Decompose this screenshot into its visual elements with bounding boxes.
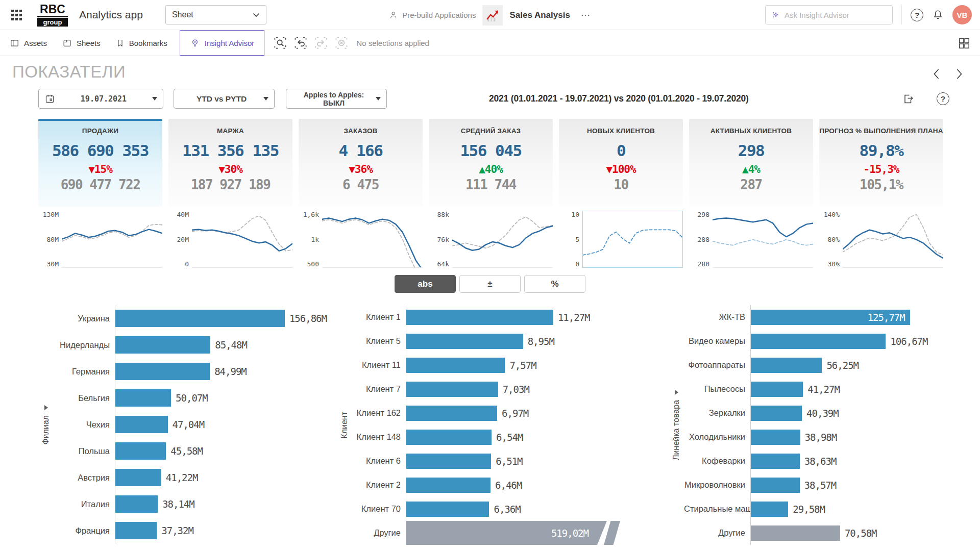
bookmarks-button[interactable]: Bookmarks xyxy=(108,30,175,56)
bar[interactable] xyxy=(115,336,210,354)
kpi-card-1[interactable]: ПРОДАЖИ586 690 353▼15%690 477 722 xyxy=(38,119,162,207)
date-filter-dropdown[interactable]: 19.07.2021 xyxy=(38,89,163,109)
bar[interactable] xyxy=(115,310,285,327)
bar-category-label: Фотоаппараты xyxy=(684,360,750,370)
mode-button-±[interactable]: ± xyxy=(459,275,521,293)
bar[interactable] xyxy=(406,478,491,493)
bar-category-label: Холодильники xyxy=(684,432,750,442)
bar[interactable] xyxy=(115,469,161,486)
bar-plot-area: 29,58M xyxy=(750,497,957,521)
bar[interactable] xyxy=(406,334,523,349)
bar-others-clipped[interactable]: 519,02M xyxy=(406,521,620,545)
undo-selection-icon[interactable] xyxy=(293,35,308,51)
bar[interactable] xyxy=(751,406,802,421)
axis-tick-label: 288 xyxy=(698,236,709,243)
kpi-sparkline-4[interactable]: 88k76k64k xyxy=(429,211,553,268)
kpi-title: МАРЖА xyxy=(168,127,292,135)
help-icon[interactable]: ? xyxy=(911,9,923,21)
comparison-filter-dropdown[interactable]: YTD vs PYTD xyxy=(174,89,275,109)
mode-button-%[interactable]: % xyxy=(524,275,585,293)
bar-category-label: Клиент 162 xyxy=(352,408,406,418)
bar[interactable] xyxy=(406,406,497,421)
bar[interactable] xyxy=(406,382,498,397)
clear-selections-icon xyxy=(334,35,349,51)
collapse-arrow-icon[interactable] xyxy=(675,390,678,395)
bar-row: Стиральные маши...29,58M xyxy=(684,497,957,521)
prebuild-applications-link[interactable]: Pre-build Applications xyxy=(388,10,476,20)
dropdown-caret-icon xyxy=(263,97,268,101)
kpi-delta: -15,3% xyxy=(819,163,943,176)
bar[interactable] xyxy=(751,358,822,373)
kpi-sparkline-5[interactable]: 1050 xyxy=(559,211,683,268)
bar[interactable] xyxy=(115,442,166,460)
bar[interactable] xyxy=(406,358,505,373)
insight-advisor-search[interactable] xyxy=(765,5,893,24)
bar[interactable] xyxy=(751,502,788,517)
kpi-card-2[interactable]: МАРЖА131 356 135▼30%187 927 189 xyxy=(168,119,292,207)
insight-advisor-tab[interactable]: Insight Advisor xyxy=(180,30,265,56)
mode-button-abs[interactable]: abs xyxy=(395,275,456,293)
notifications-bell-icon[interactable] xyxy=(932,9,944,21)
bar-value-label: 56,25M xyxy=(826,360,859,371)
bar[interactable] xyxy=(406,430,492,445)
collapse-arrow-icon[interactable] xyxy=(44,405,48,410)
kpi-sparkline-3[interactable]: 1,6k1k500 xyxy=(299,211,423,268)
bar[interactable] xyxy=(406,454,491,469)
kpi-card-3[interactable]: ЗАКАЗОВ4 166▼36%6 475 xyxy=(299,119,423,207)
kpi-sparkline-2[interactable]: 40M20M0 xyxy=(168,211,292,268)
page-title: ПОКАЗАТЕЛИ xyxy=(12,62,980,82)
current-app-name[interactable]: Sales Analysis xyxy=(509,10,570,20)
bar[interactable] xyxy=(751,525,840,541)
kpi-sparkline-1[interactable]: 130M80M30M xyxy=(38,211,162,268)
bar-value-label: 84,99M xyxy=(214,366,247,377)
bar[interactable] xyxy=(751,430,800,445)
bar[interactable] xyxy=(406,310,553,325)
bar-plot-area: 38,57M xyxy=(750,473,957,497)
user-avatar[interactable]: VB xyxy=(952,5,972,24)
bar[interactable] xyxy=(751,454,800,469)
bar[interactable] xyxy=(751,478,800,493)
bar[interactable]: 125,77M xyxy=(751,310,910,325)
kpi-current-value: 4 166 xyxy=(299,141,423,160)
bar-row: Зеркалки40,39M xyxy=(684,401,957,425)
bar[interactable] xyxy=(751,382,803,397)
export-icon[interactable] xyxy=(902,93,914,105)
bar-charts-section: ФилиалУкраина156,86MНидерланды85,48MГерм… xyxy=(0,305,980,545)
kpi-sparkline-7[interactable]: 140%80%30% xyxy=(819,211,943,268)
sheet-help-icon[interactable]: ? xyxy=(937,92,949,105)
assets-button[interactable]: Assets xyxy=(2,30,55,56)
smart-search-icon[interactable] xyxy=(273,35,288,51)
bar[interactable] xyxy=(115,389,171,407)
kpi-card-6[interactable]: АКТИВНЫХ КЛИЕНТОВ298▲4%287 xyxy=(689,119,813,207)
more-options-icon[interactable]: ⋯ xyxy=(581,9,592,21)
kpi-card-4[interactable]: СРЕДНИЙ ЗАКАЗ156 045▲40%111 744 xyxy=(429,119,553,207)
app-title: Analytics app xyxy=(79,9,143,21)
sparkline-chart xyxy=(322,211,423,268)
kpi-delta: ▲4% xyxy=(689,163,813,176)
sheet-selector-dropdown[interactable]: Sheet xyxy=(165,5,266,24)
apples-to-apples-dropdown[interactable]: Apples to Apples: ВЫКЛ xyxy=(286,89,387,109)
bar-category-label: Кофеварки xyxy=(684,456,750,466)
kpi-card-5[interactable]: НОВЫХ КЛИЕНТОВ0▼100%10 xyxy=(559,119,683,207)
bar-category-label: Другие xyxy=(684,528,750,538)
bar[interactable] xyxy=(751,334,886,349)
next-sheet-button[interactable] xyxy=(956,68,963,80)
bar-category-label: Зеркалки xyxy=(684,408,750,418)
previous-sheet-button[interactable] xyxy=(933,68,940,80)
app-menu-icon[interactable] xyxy=(11,10,22,20)
search-input[interactable] xyxy=(785,11,886,19)
kpi-sparkline-6[interactable]: 298288280 xyxy=(689,211,813,268)
app-thumbnail[interactable] xyxy=(482,5,503,26)
bar[interactable] xyxy=(115,495,158,513)
bar[interactable] xyxy=(115,522,157,539)
kpi-card-7[interactable]: ПРОГНОЗ % ВЫПОЛНЕНИЯ ПЛАНА89,8%-15,3%105… xyxy=(819,119,943,207)
bar[interactable] xyxy=(406,502,489,517)
bar[interactable] xyxy=(115,363,210,380)
sheet-layout-icon[interactable] xyxy=(958,37,971,50)
bar[interactable] xyxy=(115,416,168,433)
bar-plot-area: 84,99M xyxy=(115,358,327,385)
sparkline-axis-labels: 140%80%30% xyxy=(819,211,843,268)
sheets-button[interactable]: Sheets xyxy=(55,30,108,56)
bar-value-label: 85,48M xyxy=(215,339,247,350)
bar-plot-area: 156,86M xyxy=(115,305,327,332)
